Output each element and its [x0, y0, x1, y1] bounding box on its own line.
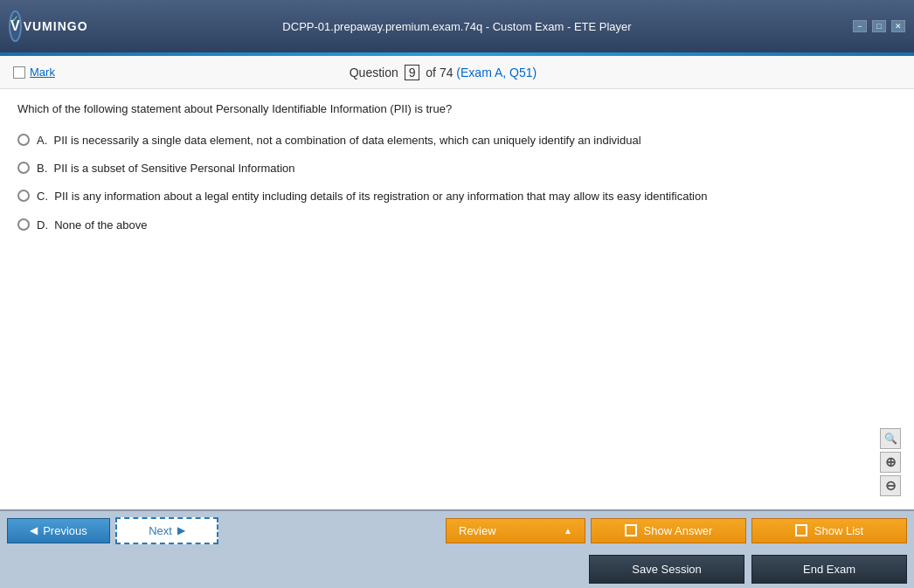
logo: V ✓ VUMINGO [9, 9, 61, 44]
restore-button[interactable]: □ [872, 20, 886, 32]
end-exam-button[interactable]: End Exam [751, 555, 907, 584]
prev-arrow-icon: ◀ [30, 524, 38, 536]
toolbar-row1: ◀ Previous Next ▶ Review ▲ Show Answer S… [0, 511, 914, 550]
review-button[interactable]: Review ▲ [446, 518, 585, 543]
option-d-label: D. None of the above [37, 218, 147, 233]
next-button[interactable]: Next ▶ [115, 517, 218, 544]
option-b-radio[interactable] [17, 162, 30, 174]
option-d-key: D. [37, 218, 54, 232]
mark-checkbox[interactable]: Mark [13, 66, 55, 79]
zoom-controls: 🔍 ⊕ ⊖ [880, 428, 901, 496]
question-number-area: Question 9 of 74 (Exam A, Q51) [55, 65, 831, 80]
option-b-key: B. [37, 162, 54, 175]
option-a[interactable]: A. PII is necessarily a single data elem… [17, 133, 897, 149]
save-session-button[interactable]: Save Session [589, 555, 744, 584]
logo-check-icon: ✓ [11, 14, 18, 24]
option-c-radio[interactable] [17, 190, 30, 202]
window-controls: − □ ✕ [853, 20, 905, 32]
option-b-label: B. PII is a subset of Sensitive Personal… [37, 161, 295, 176]
logo-text: VUMINGO [24, 19, 88, 33]
option-c-label: C. PII is any information about a legal … [37, 189, 707, 204]
mark-checkbox-input[interactable] [13, 66, 25, 79]
zoom-out-button[interactable]: ⊖ [880, 475, 901, 496]
logo-circle: V ✓ [9, 10, 22, 42]
question-body: Which of the following statement about P… [0, 89, 914, 509]
option-a-key: A. [37, 134, 54, 147]
question-label: Question [350, 66, 398, 80]
zoom-in-button[interactable]: ⊕ [880, 452, 901, 473]
review-arrow-icon: ▲ [564, 526, 572, 536]
bottom-toolbar: ◀ Previous Next ▶ Review ▲ Show Answer S… [0, 509, 914, 588]
option-b[interactable]: B. PII is a subset of Sensitive Personal… [17, 161, 897, 176]
question-total: of 74 [426, 66, 453, 80]
question-text: Which of the following statement about P… [17, 102, 897, 115]
previous-button[interactable]: ◀ Previous [7, 518, 110, 543]
toolbar-row2: Save Session End Exam [0, 550, 914, 588]
option-a-radio[interactable] [17, 134, 30, 146]
show-answer-checkbox-icon [625, 524, 637, 536]
window-title: DCPP-01.prepaway.premium.exam.74q - Cust… [282, 20, 631, 33]
show-list-checkbox-icon [795, 524, 807, 536]
title-bar-left: V ✓ VUMINGO [9, 9, 61, 44]
close-button[interactable]: ✕ [891, 20, 905, 32]
option-d[interactable]: D. None of the above [17, 218, 897, 233]
main-area: Mark Question 9 of 74 (Exam A, Q51) Whic… [0, 56, 914, 588]
option-a-label: A. PII is necessarily a single data elem… [37, 133, 641, 149]
option-d-radio[interactable] [17, 218, 30, 231]
question-header: Mark Question 9 of 74 (Exam A, Q51) [0, 56, 914, 89]
option-c-key: C. [37, 190, 54, 203]
minimize-button[interactable]: − [853, 20, 867, 32]
option-c[interactable]: C. PII is any information about a legal … [17, 189, 897, 204]
search-zoom-button[interactable]: 🔍 [880, 428, 901, 449]
title-bar: V ✓ VUMINGO DCPP-01.prepaway.premium.exa… [0, 0, 914, 52]
mark-label[interactable]: Mark [30, 66, 55, 79]
question-number: 9 [405, 65, 420, 80]
show-answer-button[interactable]: Show Answer [591, 518, 746, 543]
next-arrow-icon: ▶ [177, 524, 185, 536]
question-exam: (Exam A, Q51) [456, 66, 537, 80]
show-list-button[interactable]: Show List [751, 518, 907, 543]
